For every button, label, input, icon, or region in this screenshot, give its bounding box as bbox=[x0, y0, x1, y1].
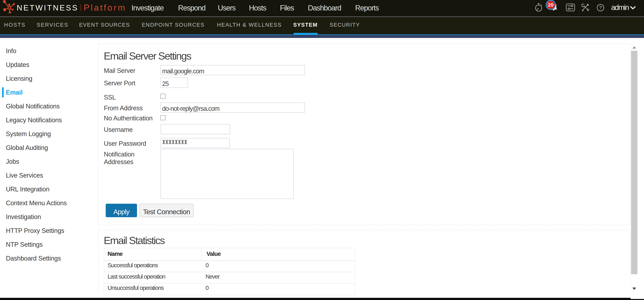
svg-text:?: ? bbox=[599, 5, 602, 10]
